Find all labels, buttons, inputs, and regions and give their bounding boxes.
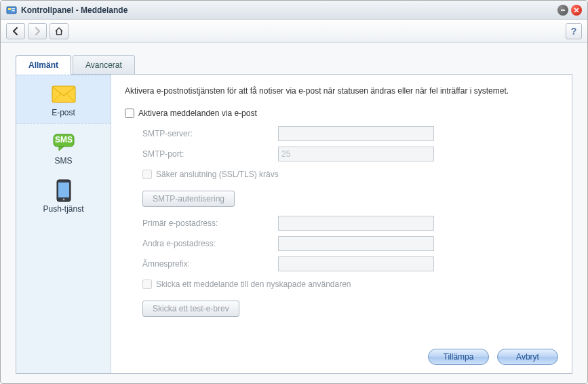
primary-email-input[interactable] (278, 216, 434, 231)
sms-icon: SMS (52, 132, 75, 153)
sidebar-item-label: E-post (52, 108, 75, 117)
sidebar-item-push[interactable]: Push-tjänst (16, 172, 111, 220)
tab-advanced[interactable]: Avancerat (73, 55, 135, 74)
smtp-port-input[interactable] (278, 147, 434, 161)
svg-rect-4 (561, 9, 565, 11)
svg-text:SMS: SMS (54, 135, 72, 145)
cancel-button[interactable]: Avbryt (497, 349, 558, 365)
svg-rect-9 (58, 183, 69, 197)
send-new-user-label: Skicka ett meddelande till den nyskapade… (156, 280, 351, 289)
svg-rect-1 (8, 8, 11, 10)
svg-rect-5 (52, 86, 75, 102)
app-window: Kontrollpanel - Meddelande ? Allmänt (0, 0, 588, 384)
send-new-user-checkbox[interactable] (142, 280, 152, 289)
app-icon (6, 5, 17, 16)
push-icon (56, 180, 72, 201)
close-button[interactable] (571, 5, 582, 16)
window-title: Kontrollpanel - Meddelande (21, 5, 128, 15)
row-enable: Aktivera meddelanden via e-post (125, 105, 558, 121)
intro-text: Aktivera e-postnotistjänsten för att få … (125, 85, 558, 97)
forward-button[interactable] (28, 23, 47, 39)
sidebar-item-label: Push-tjänst (43, 204, 83, 214)
smtp-port-label: SMTP-port: (142, 149, 278, 159)
primary-email-label: Primär e-postadress: (142, 218, 278, 228)
smtp-server-input[interactable] (278, 126, 434, 141)
svg-rect-3 (12, 10, 15, 12)
enable-email-label: Aktivera meddelanden via e-post (138, 109, 257, 118)
help-button[interactable]: ? (566, 23, 582, 39)
secondary-email-label: Andra e-postadress: (142, 239, 278, 248)
secondary-email-input[interactable] (278, 236, 434, 251)
titlebar: Kontrollpanel - Meddelande (1, 1, 587, 20)
tab-general[interactable]: Allmänt (16, 55, 71, 74)
send-test-button[interactable]: Skicka ett test-e-brev (142, 301, 239, 317)
mail-icon (52, 83, 76, 105)
sidebar-item-sms[interactable]: SMS SMS (16, 123, 111, 172)
categories-sidebar: E-post SMS SMS Push-tjänst (16, 75, 111, 373)
smtp-auth-button[interactable]: SMTP-autentisering (142, 191, 235, 207)
back-button[interactable] (6, 23, 25, 39)
ssl-checkbox[interactable] (142, 170, 152, 179)
apply-button[interactable]: Tillämpa (428, 349, 489, 365)
settings-main: Aktivera e-postnotistjänsten för att få … (111, 75, 572, 373)
tabpanel-general: E-post SMS SMS Push-tjänst (16, 74, 572, 374)
sidebar-item-label: SMS (54, 156, 72, 166)
svg-point-10 (62, 199, 64, 201)
footer-buttons: Tillämpa Avbryt (125, 343, 558, 365)
subject-prefix-label: Ämnesprefix: (142, 259, 278, 269)
sidebar-item-email[interactable]: E-post (16, 75, 111, 123)
minimize-button[interactable] (557, 5, 568, 16)
nav-toolbar: ? (1, 20, 587, 43)
ssl-label: Säker anslutning (SSL/TLS) krävs (156, 170, 279, 179)
svg-rect-2 (12, 8, 15, 9)
content-area: Allmänt Avancerat E-post SMS S (1, 43, 587, 383)
smtp-server-label: SMTP-server: (142, 129, 278, 138)
enable-email-checkbox[interactable] (125, 109, 134, 118)
subject-prefix-input[interactable] (278, 256, 434, 271)
home-button[interactable] (50, 23, 68, 39)
tabstrip: Allmänt Avancerat (16, 55, 572, 74)
